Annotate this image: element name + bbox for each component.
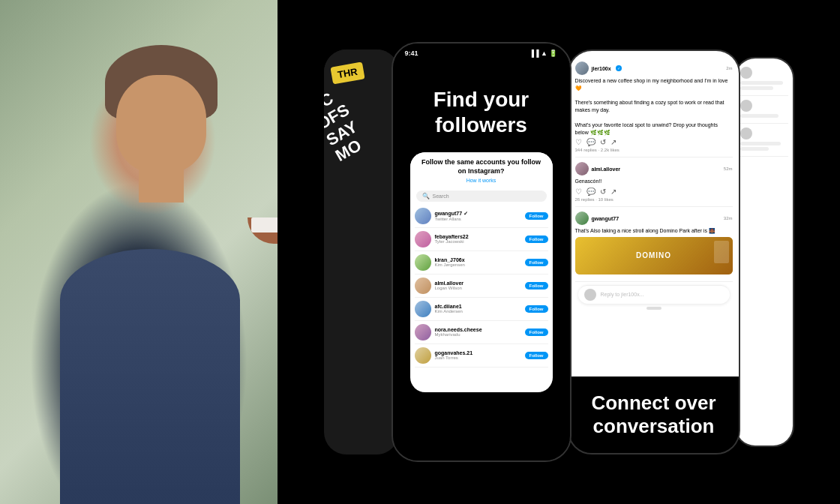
follow-item: goganvahes.21 Juan Torres Follow <box>415 344 548 368</box>
follow-avatar <box>415 347 431 364</box>
post-username: almi.allover <box>592 166 621 172</box>
follow-button[interactable]: Follow <box>525 212 548 220</box>
follow-button[interactable]: Follow <box>525 282 548 290</box>
phone-find-followers: 9:41 ▐▐ ▲ 🔋 Find your followers Follow t… <box>392 42 572 462</box>
post-avatar <box>575 162 589 176</box>
repost-icon[interactable]: ↺ <box>600 188 606 196</box>
follow-info: goganvahes.21 Juan Torres <box>435 350 525 360</box>
post-image: DOMINO <box>575 237 733 274</box>
phone-partial-left: Y MC OFS SAY MO THR <box>324 50 399 454</box>
follow-avatar <box>415 208 431 224</box>
connect-line2: conversation <box>593 415 715 437</box>
follow-item: nora.needs.cheese Mykharivadu Follow <box>415 321 548 344</box>
follow-button[interactable]: Follow <box>525 328 548 336</box>
celebrity-photo <box>0 0 278 504</box>
inner-title: Follow the same accounts you follow on I… <box>418 158 545 176</box>
reply-avatar <box>584 289 596 301</box>
like-icon[interactable]: ♡ <box>575 188 582 196</box>
follow-username: kiran_J706x <box>435 257 525 262</box>
followers-text: followers <box>435 113 527 136</box>
follow-username: febayafters22 <box>435 234 525 239</box>
like-icon[interactable]: ♡ <box>575 138 582 146</box>
post-stats: 26 replies · 10 likes <box>575 197 733 202</box>
follow-username: afc.diiane1 <box>435 304 525 309</box>
follow-realname: Logan Wilson <box>435 286 525 290</box>
connect-line1: Connect over <box>591 392 716 414</box>
post-avatar <box>575 212 589 225</box>
follow-info: febayafters22 Tyler Jacowski <box>435 234 525 244</box>
follow-item: kiran_J706x Kim Jørgensen Follow <box>415 251 548 274</box>
post-actions: ♡ 💬 ↺ ↗ <box>575 138 733 146</box>
follow-info: almi.allover Logan Wilson <box>435 280 525 290</box>
follow-realname: Twitter Allans <box>435 217 525 221</box>
post-time: 2m <box>726 66 732 70</box>
follow-item: febayafters22 Tyler Jacowski Follow <box>415 228 548 251</box>
thr-badge: THR <box>330 62 364 84</box>
follow-realname: Kim Andersen <box>435 309 525 314</box>
follow-item: gwangut77 ✓ Twitter Allans Follow <box>415 205 548 228</box>
follow-realname: Tyler Jacowski <box>435 239 525 244</box>
follow-realname: Juan Torres <box>435 356 525 360</box>
post-actions: ♡ 💬 ↺ ↗ <box>575 188 733 196</box>
verified-badge: ✓ <box>616 65 622 71</box>
phones-section: Y MC OFS SAY MO THR <box>278 0 840 504</box>
follow-button[interactable]: Follow <box>525 305 548 313</box>
thread-post-3: gwangut77 32m That's Also taking a nice … <box>575 207 733 282</box>
partial-post <box>740 96 788 124</box>
phone-notch <box>452 44 512 60</box>
repost-icon[interactable]: ↺ <box>600 138 606 146</box>
comment-icon[interactable]: 💬 <box>586 138 596 146</box>
search-placeholder: Search <box>433 194 449 199</box>
sticker-text: Y MC OFS SAY MO <box>324 70 370 165</box>
phone-partial-right <box>734 57 794 447</box>
post-time: 32m <box>724 216 733 220</box>
follow-list: gwangut77 ✓ Twitter Allans Follow febaya… <box>410 205 553 368</box>
comment-icon[interactable]: 💬 <box>586 188 596 196</box>
search-icon: 🔍 <box>422 193 430 200</box>
follow-info: gwangut77 ✓ Twitter Allans <box>435 211 525 221</box>
threads-feed: jler100x ✓ 2m Discovered a new coffee sh… <box>569 51 739 376</box>
thread-post-2: almi.allover 52m Genascón!! ♡ 💬 ↺ ↗ 26 r… <box>575 158 733 207</box>
reply-placeholder: Reply to jler100x... <box>601 292 724 297</box>
follow-username: gwangut77 ✓ <box>435 211 525 217</box>
status-icons: ▐▐ ▲ 🔋 <box>530 50 558 57</box>
share-icon[interactable]: ↗ <box>610 188 616 196</box>
follow-username: nora.needs.cheese <box>435 327 525 332</box>
follow-info: kiran_J706x Kim Jørgensen <box>435 257 525 267</box>
follow-username: almi.allover <box>435 280 525 286</box>
follow-button[interactable]: Follow <box>525 259 548 266</box>
find-followers-heading: Find your followers <box>418 57 544 152</box>
inner-phone-mockup: Follow the same accounts you follow on I… <box>410 152 553 392</box>
follow-username: goganvahes.21 <box>435 350 525 356</box>
phone-connect: jler100x ✓ 2m Discovered a new coffee sh… <box>568 50 740 454</box>
image-text: DOMINO <box>636 251 671 260</box>
status-time: 9:41 <box>405 50 418 57</box>
follow-realname: Kim Jørgensen <box>435 262 525 267</box>
follow-info: nora.needs.cheese Mykharivadu <box>435 327 525 337</box>
follow-realname: Mykharivadu <box>435 332 525 337</box>
follow-info: afc.diiane1 Kim Andersen <box>435 304 525 314</box>
follow-item: almi.allover Logan Wilson Follow <box>415 274 548 298</box>
post-body: Discovered a new coffee shop in my neigh… <box>575 77 733 136</box>
post-stats: 344 replies · 2.2k likes <box>575 148 733 152</box>
follow-button[interactable]: Follow <box>525 352 548 359</box>
thread-post-1: jler100x ✓ 2m Discovered a new coffee sh… <box>575 57 733 158</box>
follow-avatar <box>415 301 431 317</box>
connect-text: Connect over conversation <box>569 376 739 453</box>
post-username: jler100x <box>592 66 611 71</box>
post-username: gwangut77 <box>592 216 620 221</box>
follow-item: afc.diiane1 Kim Andersen Follow <box>415 298 548 321</box>
post-avatar <box>575 62 589 75</box>
partial-post <box>740 124 788 157</box>
partial-feed <box>736 58 793 161</box>
post-body: Genascón!! <box>575 178 733 185</box>
inner-subtitle: How it works <box>418 178 545 183</box>
follow-avatar <box>415 231 431 248</box>
partial-post <box>740 63 788 96</box>
inner-search-bar[interactable]: 🔍 Search <box>416 190 547 202</box>
follow-button[interactable]: Follow <box>525 236 548 243</box>
reply-bar[interactable]: Reply to jler100x... <box>578 285 730 304</box>
screens-area: Y MC OFS SAY MO THR <box>278 0 840 504</box>
share-icon[interactable]: ↗ <box>610 138 616 146</box>
post-time: 52m <box>724 166 733 171</box>
